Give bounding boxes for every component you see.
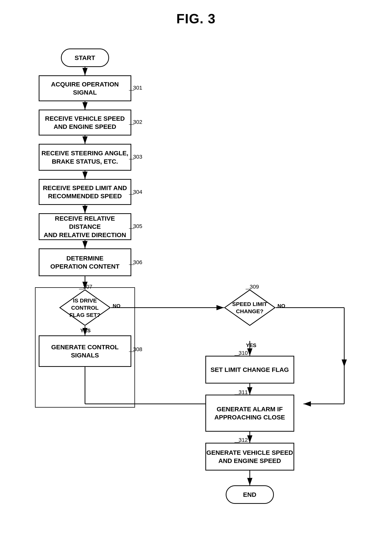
node-307: IS DRIVECONTROLFLAG SET?: [59, 289, 111, 326]
yes-label-309: YES: [246, 342, 256, 348]
node-310: SET LIMIT CHANGE FLAG: [205, 356, 294, 383]
ref-311: 311: [239, 389, 248, 395]
node-303: RECEIVE STEERING ANGLE,BRAKE STATUS, ETC…: [39, 144, 131, 171]
end-node: END: [226, 485, 274, 504]
node-309-label: SPEED LIMITCHANGE?: [232, 300, 267, 315]
node-302-label: RECEIVE VEHICLE SPEEDAND ENGINE SPEED: [45, 114, 125, 131]
no-label-307: NO: [113, 303, 120, 309]
node-303-label: RECEIVE STEERING ANGLE,BRAKE STATUS, ETC…: [42, 149, 128, 165]
node-307-label: IS DRIVECONTROLFLAG SET?: [70, 297, 100, 319]
node-304-label: RECEIVE SPEED LIMIT ANDRECOMMENDED SPEED: [43, 184, 127, 200]
end-label: END: [243, 491, 256, 498]
start-node: START: [61, 48, 109, 67]
ref-309: 309: [250, 284, 259, 290]
ref-307: 307: [83, 284, 92, 290]
node-304: RECEIVE SPEED LIMIT ANDRECOMMENDED SPEED: [39, 179, 131, 205]
ref-301: 301: [133, 85, 142, 91]
node-308: GENERATE CONTROLSIGNALS: [39, 335, 131, 367]
ref-303: 303: [133, 154, 142, 160]
ref-304: 304: [133, 189, 142, 195]
node-312: GENERATE VEHICLE SPEEDAND ENGINE SPEED: [205, 443, 294, 471]
no-label-309: NO: [278, 303, 285, 309]
page-title: FIG. 3: [0, 11, 392, 26]
ref-302: 302: [133, 119, 142, 125]
ref-310: 310: [239, 350, 248, 356]
ref-305: 305: [133, 223, 142, 229]
node-308-label: GENERATE CONTROLSIGNALS: [51, 343, 119, 359]
node-311: GENERATE ALARM IFAPPROACHING CLOSE: [205, 395, 294, 432]
start-label: START: [75, 54, 95, 62]
node-301-label: ACQUIRE OPERATIONSIGNAL: [51, 80, 119, 97]
ref-308: 308: [133, 346, 142, 353]
node-310-label: SET LIMIT CHANGE FLAG: [210, 366, 289, 374]
node-312-label: GENERATE VEHICLE SPEEDAND ENGINE SPEED: [206, 449, 293, 465]
ref-306: 306: [133, 259, 142, 265]
ref-312: 312: [239, 437, 248, 443]
node-305: RECEIVE RELATIVE DISTANCEAND RELATIVE DI…: [39, 213, 131, 240]
node-306: DETERMINEOPERATION CONTENT: [39, 248, 131, 276]
node-309: SPEED LIMITCHANGE?: [224, 289, 276, 326]
node-305-label: RECEIVE RELATIVE DISTANCEAND RELATIVE DI…: [39, 214, 131, 239]
node-311-label: GENERATE ALARM IFAPPROACHING CLOSE: [214, 405, 285, 421]
yes-label-307: YES: [80, 328, 91, 333]
node-301: ACQUIRE OPERATIONSIGNAL: [39, 75, 131, 101]
node-306-label: DETERMINEOPERATION CONTENT: [50, 254, 119, 270]
node-302: RECEIVE VEHICLE SPEEDAND ENGINE SPEED: [39, 110, 131, 136]
